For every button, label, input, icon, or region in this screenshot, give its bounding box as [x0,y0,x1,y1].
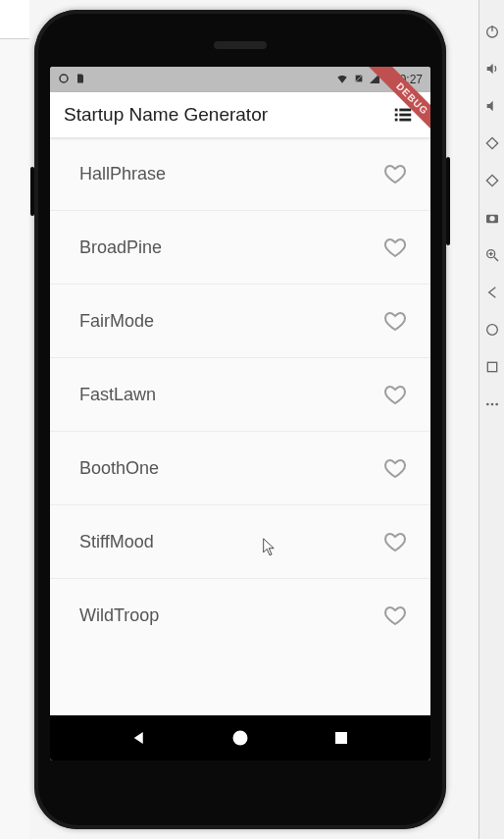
favorite-button[interactable] [383,530,407,553]
no-sim-icon [354,73,364,86]
svg-rect-24 [487,362,496,371]
status-circle-icon [58,73,70,87]
favorite-button[interactable] [383,162,407,185]
svg-rect-9 [395,119,398,122]
name-label: WildTroop [79,605,159,626]
emulator-volume-up-button[interactable] [484,61,500,77]
more-icon [484,396,500,412]
wifi-icon [335,72,349,88]
list-item[interactable]: FairMode [50,285,430,358]
phone-power-button [446,157,450,245]
svg-rect-7 [395,114,398,117]
phone-screen: DEBUG [50,67,430,760]
name-label: HallPhrase [79,164,166,184]
svg-point-26 [490,403,493,406]
heart-icon [383,309,407,333]
svg-rect-10 [399,119,411,122]
browser-page-edge [0,39,29,839]
name-label: FastLawn [79,385,156,405]
volume-up-icon [484,61,500,77]
volume-down-icon [484,98,500,114]
heart-icon [383,162,407,185]
nav-back-button[interactable] [127,726,151,750]
favorite-button[interactable] [383,603,407,627]
list-item[interactable]: BoothOne [50,432,430,505]
phone-device-frame: DEBUG [34,10,446,829]
power-icon [484,24,500,39]
app-title: Startup Name Generator [64,104,268,126]
name-label: FairMode [79,311,154,332]
list-item[interactable]: BroadPine [50,211,430,285]
name-label: BoothOne [79,458,159,479]
circle-home-icon [230,728,250,748]
svg-rect-12 [335,732,347,744]
nav-home-button[interactable] [228,726,252,750]
list-item[interactable]: WildTroop [50,579,430,652]
emulator-toolbar [479,0,504,839]
emulator-zoom-button[interactable] [484,247,500,263]
svg-point-27 [495,403,498,406]
svg-rect-5 [395,109,398,112]
heart-icon [383,383,407,406]
nav-recent-button[interactable] [329,726,353,750]
svg-point-0 [60,75,68,82]
triangle-back-icon [130,729,148,747]
heart-icon [383,530,407,553]
name-label: StiffMood [79,532,154,552]
emulator-power-button[interactable] [484,24,500,39]
emulator-rotate-right-button[interactable] [484,173,500,188]
list-item[interactable]: FastLawn [50,358,430,432]
svg-rect-6 [399,109,411,112]
emulator-screenshot-button[interactable] [484,210,500,226]
svg-line-20 [494,257,498,261]
svg-point-18 [489,216,494,221]
svg-point-23 [486,325,497,336]
svg-point-11 [232,731,247,746]
name-label: BroadPine [79,237,162,258]
heart-icon [383,236,407,259]
emulator-rotate-left-button[interactable] [484,135,500,151]
rotate-left-icon [484,135,500,151]
status-sd-icon [75,73,86,87]
emulator-more-button[interactable] [484,396,500,412]
svg-point-25 [486,403,489,406]
svg-rect-8 [399,114,411,117]
android-nav-bar [50,715,430,760]
camera-icon [484,210,500,226]
square-recent-icon [332,729,350,747]
list-item[interactable]: HallPhrase [50,137,430,211]
emulator-back-button[interactable] [484,285,500,300]
zoom-icon [484,247,500,263]
circle-outline-icon [484,322,500,338]
favorite-button[interactable] [383,236,407,259]
rotate-right-icon [484,173,500,188]
favorite-button[interactable] [383,456,407,480]
svg-rect-16 [486,175,497,185]
browser-chrome-edge [0,0,29,39]
heart-icon [383,456,407,480]
name-list[interactable]: HallPhrase BroadPine FairMode FastLawn [50,137,430,715]
favorite-button[interactable] [383,383,407,406]
emulator-home-button[interactable] [484,322,500,338]
svg-rect-15 [486,137,497,148]
favorite-button[interactable] [383,309,407,333]
emulator-volume-down-button[interactable] [484,98,500,114]
list-item[interactable]: StiffMood [50,505,430,579]
heart-icon [383,603,407,627]
back-icon [484,285,500,300]
phone-volume-button [30,167,34,216]
square-outline-icon [484,359,500,375]
app-bar: Startup Name Generator [50,92,430,137]
emulator-overview-button[interactable] [484,359,500,375]
